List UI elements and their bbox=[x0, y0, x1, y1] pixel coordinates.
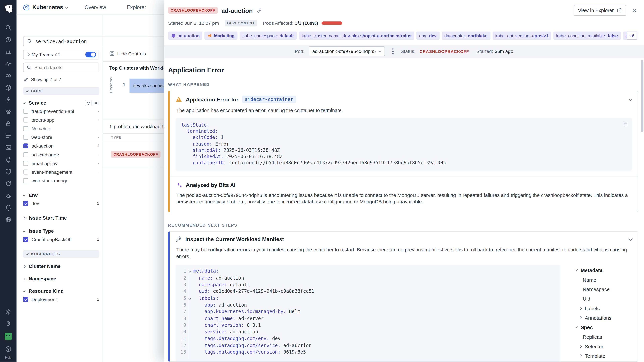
facet-item[interactable]: event-management- bbox=[23, 167, 99, 176]
checkbox[interactable] bbox=[23, 178, 28, 183]
search-icon[interactable] bbox=[5, 24, 12, 31]
checkbox[interactable] bbox=[23, 237, 28, 242]
tree-item-template[interactable]: Template bbox=[575, 351, 632, 361]
upgrade-icon[interactable] bbox=[5, 320, 12, 327]
fold-chevron-icon[interactable] bbox=[186, 295, 193, 302]
apm-icon[interactable] bbox=[5, 72, 12, 79]
facet-item[interactable]: email-api-py- bbox=[23, 159, 99, 168]
settings-icon[interactable] bbox=[5, 308, 12, 315]
product-title[interactable]: Kubernetes bbox=[32, 4, 63, 10]
workflows-icon[interactable] bbox=[5, 180, 12, 187]
checkbox[interactable] bbox=[23, 297, 28, 302]
tab-explorer[interactable]: Explorer bbox=[127, 4, 146, 10]
facet-item[interactable]: No value- bbox=[23, 124, 99, 133]
facet-item[interactable]: orders-app- bbox=[23, 115, 99, 124]
copy-icon[interactable] bbox=[622, 121, 628, 127]
facet-item[interactable]: dev1 bbox=[23, 199, 99, 208]
monitors-icon[interactable] bbox=[5, 204, 12, 211]
checkbox[interactable] bbox=[23, 201, 28, 206]
ci-icon[interactable] bbox=[5, 144, 12, 151]
tag[interactable]: kube_api_version:apps/v1 bbox=[492, 31, 551, 40]
facet-header-env[interactable]: Env bbox=[23, 192, 99, 199]
facet-group-kubernetes[interactable]: KUBERNETES bbox=[23, 250, 99, 258]
facet-header-service[interactable]: Service bbox=[23, 99, 99, 107]
facet-item[interactable]: ad-auction1 bbox=[23, 141, 99, 150]
tree-item-spec[interactable]: Spec bbox=[575, 323, 632, 332]
tree-item-uid[interactable]: Uid bbox=[575, 294, 632, 304]
chevron-down-icon[interactable] bbox=[628, 97, 632, 101]
tag[interactable]: kube_namespace:default bbox=[240, 31, 297, 40]
tree-item-selector[interactable]: Selector bbox=[575, 342, 632, 352]
checkbox[interactable] bbox=[23, 126, 28, 131]
tag[interactable]: env:dev bbox=[416, 31, 440, 40]
checkbox[interactable] bbox=[23, 152, 28, 157]
pod-select[interactable]: ad-auction-5bf997954c-hdph5 bbox=[308, 46, 385, 56]
facet-item[interactable]: Deployment1 bbox=[23, 295, 99, 304]
checkbox[interactable] bbox=[23, 117, 28, 122]
permalink-icon[interactable] bbox=[256, 8, 262, 13]
facet-search-input[interactable] bbox=[34, 65, 96, 70]
pencil-icon[interactable] bbox=[23, 77, 31, 82]
kebab-menu-icon[interactable] bbox=[389, 46, 396, 56]
container-name-pill[interactable]: sidecar-container bbox=[242, 95, 296, 103]
facet-item[interactable]: CrashLoopBackOff1 bbox=[23, 235, 99, 244]
checkbox[interactable] bbox=[23, 109, 28, 114]
clear-filter-icon[interactable] bbox=[93, 100, 99, 106]
hide-controls-button[interactable]: Hide Controls bbox=[109, 51, 146, 56]
synthetics-icon[interactable] bbox=[5, 216, 12, 223]
tag[interactable]: Marketing bbox=[204, 31, 237, 40]
logs-icon[interactable] bbox=[5, 132, 12, 139]
serverless-icon[interactable] bbox=[5, 96, 12, 103]
my-teams-filter[interactable]: My Teams 0/1 bbox=[23, 50, 99, 59]
facet-item[interactable]: ad-exchange- bbox=[23, 150, 99, 159]
chevron-down-icon[interactable] bbox=[65, 5, 68, 8]
facet-item[interactable]: web-store-mongo- bbox=[23, 176, 99, 185]
tree-item-replicas[interactable]: Replicas bbox=[575, 332, 632, 342]
checkbox[interactable] bbox=[23, 169, 28, 174]
tag[interactable]: kube_cluster_name:dev-aks-shopist-a-nort… bbox=[299, 31, 414, 40]
view-in-explorer-button[interactable]: View in Explorer bbox=[574, 5, 626, 16]
tree-item-metadata[interactable]: Metadata bbox=[575, 266, 632, 275]
metrics-icon[interactable] bbox=[5, 48, 12, 55]
security-icon[interactable] bbox=[5, 120, 12, 127]
my-teams-toggle[interactable] bbox=[85, 52, 96, 57]
filter-icon[interactable] bbox=[85, 100, 92, 106]
tree-item-name[interactable]: Name bbox=[575, 275, 632, 285]
checkbox[interactable] bbox=[23, 161, 28, 166]
tree-item-annotations[interactable]: Annotations bbox=[575, 313, 632, 323]
history-icon[interactable] bbox=[5, 36, 12, 43]
chevron-down-icon[interactable] bbox=[628, 237, 632, 241]
card-header[interactable]: Inspect the Current Workload Manifest bbox=[170, 232, 638, 245]
tree-item-labels[interactable]: Labels bbox=[575, 304, 632, 313]
facet-header-namespace[interactable]: Namespace bbox=[23, 275, 99, 282]
close-icon[interactable] bbox=[632, 8, 637, 13]
panel-scrollbar[interactable] bbox=[641, 60, 643, 132]
bits-ai-icon[interactable] bbox=[5, 108, 12, 115]
tag[interactable]: ad-auction bbox=[168, 31, 202, 40]
datadog-logo-icon[interactable] bbox=[3, 3, 14, 14]
facet-item[interactable]: fraud-prevention-api- bbox=[23, 107, 99, 115]
tag[interactable]: kube_condition_available:false bbox=[553, 31, 621, 40]
integrations-icon[interactable] bbox=[5, 156, 12, 163]
checkbox[interactable] bbox=[23, 135, 28, 140]
facet-item[interactable]: web-store- bbox=[23, 133, 99, 141]
facet-header-issue-start-time[interactable]: Issue Start Time bbox=[23, 214, 99, 222]
watchdog-icon[interactable] bbox=[5, 60, 12, 67]
infrastructure-icon[interactable] bbox=[5, 84, 12, 91]
card-header[interactable]: Application Error for sidecar-container bbox=[170, 91, 638, 105]
org-avatar[interactable] bbox=[4, 333, 12, 340]
tree-item-namespace[interactable]: Namespace bbox=[575, 285, 632, 294]
checkbox[interactable] bbox=[23, 143, 28, 148]
help-icon[interactable] bbox=[5, 346, 12, 352]
fold-chevron-icon[interactable] bbox=[186, 268, 193, 275]
facet-header-issue-type[interactable]: Issue Type bbox=[23, 227, 99, 235]
more-tags-pill[interactable]: +6 bbox=[626, 31, 637, 40]
facet-group-core[interactable]: CORE bbox=[23, 87, 99, 95]
facet-search[interactable] bbox=[23, 62, 99, 72]
compliance-icon[interactable] bbox=[5, 168, 12, 175]
tag[interactable]: datacenter:northlake bbox=[442, 31, 490, 40]
tab-overview[interactable]: Overview bbox=[84, 4, 106, 10]
facet-header-resource-kind[interactable]: Resource Kind bbox=[23, 287, 99, 295]
error-tracking-icon[interactable] bbox=[5, 192, 12, 199]
facet-header-cluster-name[interactable]: Cluster Name bbox=[23, 263, 99, 270]
